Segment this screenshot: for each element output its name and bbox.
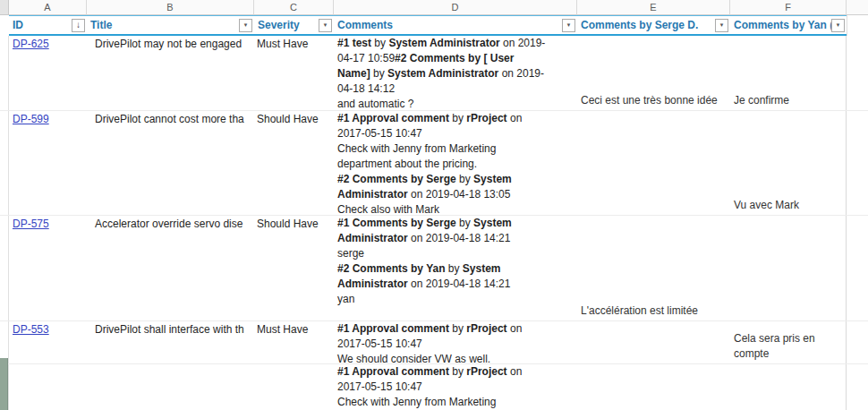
header-comments-yan-label: Comments by Yan ( xyxy=(734,19,831,31)
header-severity-label: Severity xyxy=(258,19,300,31)
comments-filter-button[interactable]: ▼ xyxy=(562,19,575,32)
cell-empty[interactable] xyxy=(847,36,868,110)
cell-comments-serge[interactable]: Ceci est une très bonne idée xyxy=(577,36,730,110)
cell-comments-serge[interactable] xyxy=(577,111,730,215)
cell-id[interactable] xyxy=(9,364,87,410)
column-header-a[interactable]: A xyxy=(9,0,87,15)
cell-comments-yan[interactable]: Vu avec Mark xyxy=(730,111,847,215)
requirement-link[interactable]: DP-575 xyxy=(13,218,49,230)
column-header-e[interactable]: E xyxy=(577,0,730,15)
row-gutter xyxy=(0,36,9,110)
cell-comments[interactable]: #1 test by System Administrator on 2019-… xyxy=(334,36,577,110)
cell-empty[interactable] xyxy=(847,216,868,320)
table-row: #1 Approval comment by rProject on 2017-… xyxy=(0,364,868,410)
column-header-b[interactable]: B xyxy=(87,0,254,15)
row-gutter xyxy=(0,111,9,215)
comments-yan-filter-button[interactable]: ▼ xyxy=(831,19,845,32)
cell-empty[interactable] xyxy=(847,111,868,215)
header-cell-comments-yan[interactable]: Comments by Yan ( ▼ xyxy=(730,15,847,36)
header-cell-id[interactable]: ID ↓ xyxy=(9,15,87,36)
column-header-g[interactable] xyxy=(847,0,868,15)
filter-dropdown-icon: ▼ xyxy=(566,22,572,28)
filter-dropdown-icon: ▼ xyxy=(323,22,328,28)
header-comments-serge-label: Comments by Serge D. xyxy=(581,19,698,31)
header-cell-empty xyxy=(847,15,868,36)
table-row: DP-599 DrivePilot cannot cost more tha S… xyxy=(0,111,868,216)
cell-severity[interactable] xyxy=(254,364,334,410)
cell-severity[interactable]: Must Have xyxy=(254,321,334,363)
requirement-link[interactable]: DP-625 xyxy=(13,38,49,50)
requirement-link[interactable]: DP-553 xyxy=(13,323,49,336)
cell-empty[interactable] xyxy=(847,364,868,410)
cell-id[interactable]: DP-575 xyxy=(9,216,87,320)
column-letter-row: A B C D E F xyxy=(0,0,868,15)
table-header-row: ID ↓ Title ▼ Severity ▼ Comments ▼ Comme… xyxy=(0,15,868,36)
cell-empty[interactable] xyxy=(847,321,868,363)
cell-comments-yan[interactable]: Cela sera pris en compte xyxy=(730,321,847,363)
filter-dropdown-icon: ▼ xyxy=(719,22,725,28)
filter-dropdown-icon: ▼ xyxy=(243,22,249,28)
column-header-c[interactable]: C xyxy=(254,0,334,15)
cell-comments[interactable]: #1 Approval comment by rProject on 2017-… xyxy=(334,364,577,410)
id-sort-filter-button[interactable]: ↓ xyxy=(72,19,85,32)
title-filter-button[interactable]: ▼ xyxy=(239,19,252,32)
column-header-f[interactable]: F xyxy=(730,0,847,15)
select-all-corner[interactable] xyxy=(0,0,9,15)
header-cell-title[interactable]: Title ▼ xyxy=(87,15,254,36)
cell-title[interactable]: DrivePilot shall interface with th xyxy=(87,321,254,363)
cell-comments-serge[interactable] xyxy=(577,364,730,410)
requirement-link[interactable]: DP-599 xyxy=(13,113,49,125)
header-cell-comments[interactable]: Comments ▼ xyxy=(334,15,577,36)
spreadsheet: A B C D E F ID ↓ Title ▼ Severity ▼ Comm… xyxy=(0,0,868,410)
row-gutter xyxy=(0,216,9,320)
header-cell-severity[interactable]: Severity ▼ xyxy=(254,15,334,36)
row-gutter-highlight xyxy=(0,358,8,410)
cell-title[interactable]: Accelerator override servo dise xyxy=(87,216,254,320)
cell-comments-serge[interactable]: L'accélération est limitée xyxy=(577,216,730,320)
sort-descending-icon: ↓ xyxy=(76,21,81,30)
cell-severity[interactable]: Should Have xyxy=(254,216,334,320)
row-gutter xyxy=(0,15,9,36)
cell-id[interactable]: DP-625 xyxy=(9,36,87,110)
cell-comments-yan[interactable] xyxy=(730,364,847,410)
cell-comments-yan[interactable]: Je confirme xyxy=(730,36,847,110)
header-title-label: Title xyxy=(90,19,112,31)
header-cell-comments-serge[interactable]: Comments by Serge D. ▼ xyxy=(577,15,730,36)
cell-comments-yan[interactable] xyxy=(730,216,847,320)
filter-dropdown-icon: ▼ xyxy=(836,22,841,28)
cell-id[interactable]: DP-599 xyxy=(9,111,87,215)
cell-title[interactable]: DrivePilot cannot cost more tha xyxy=(87,111,254,215)
table-row: DP-625 DrivePilot may not be engaged Mus… xyxy=(0,36,868,111)
cell-severity[interactable]: Must Have xyxy=(254,36,334,110)
cell-comments[interactable]: #1 Approval comment by rProject on 2017-… xyxy=(334,321,577,363)
comments-serge-filter-button[interactable]: ▼ xyxy=(715,19,728,32)
cell-id[interactable]: DP-553 xyxy=(9,321,87,363)
cell-comments[interactable]: #1 Comments by Serge by System Administr… xyxy=(334,216,577,320)
cell-comments-serge[interactable] xyxy=(577,321,730,363)
cell-severity[interactable]: Should Have xyxy=(254,111,334,215)
header-comments-label: Comments xyxy=(337,19,393,31)
row-gutter xyxy=(0,321,9,363)
header-id-label: ID xyxy=(13,19,23,31)
table-row: DP-575 Accelerator override servo dise S… xyxy=(0,216,868,321)
cell-title[interactable]: DrivePilot may not be engaged xyxy=(87,36,254,110)
column-header-d[interactable]: D xyxy=(334,0,577,15)
table-row: DP-553 DrivePilot shall interface with t… xyxy=(0,321,868,364)
cell-comments[interactable]: #1 Approval comment by rProject on 2017-… xyxy=(334,111,577,215)
severity-filter-button[interactable]: ▼ xyxy=(319,19,332,32)
cell-title[interactable] xyxy=(87,364,254,410)
